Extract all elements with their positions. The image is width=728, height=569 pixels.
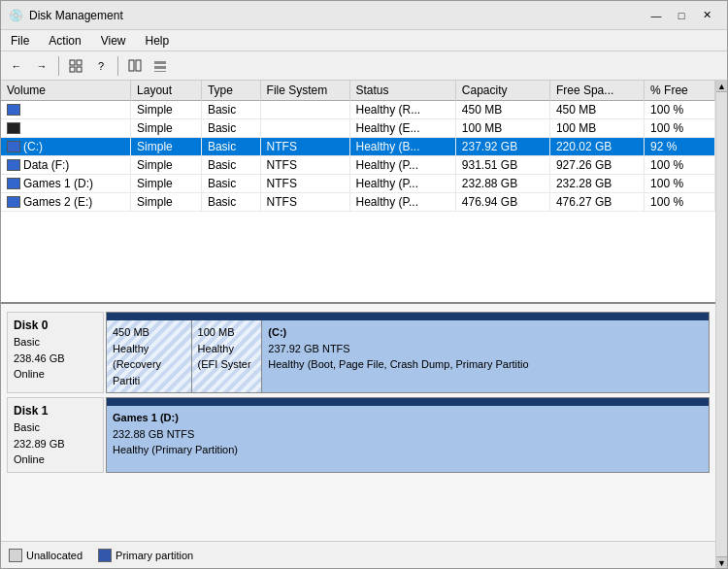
help-button[interactable]: ?: [89, 54, 113, 78]
cell-fs: [260, 118, 349, 137]
cell-pct: 92 %: [645, 137, 715, 155]
settings-button[interactable]: [123, 54, 147, 78]
col-layout[interactable]: Layout: [131, 81, 202, 100]
legend-unalloc-label: Unallocated: [26, 550, 83, 561]
cell-status: Healthy (P...: [349, 192, 455, 211]
volume-color-indicator: [7, 104, 20, 116]
col-fs[interactable]: File System: [260, 81, 349, 100]
segment-title: (C:): [268, 324, 703, 341]
table-row[interactable]: (C:)SimpleBasicNTFSHealthy (B...237.92 G…: [1, 137, 715, 155]
cell-pct: 100 %: [645, 100, 715, 118]
back-button[interactable]: ←: [5, 54, 28, 78]
segment-size: 100 MB: [198, 324, 256, 341]
disk-area[interactable]: Disk 0Basic238.46 GBOnline450 MBHealthy …: [1, 304, 715, 541]
segment-status: Healthy (Primary Partition): [113, 442, 703, 458]
window-controls: — □ ✕: [644, 6, 719, 25]
table-row[interactable]: SimpleBasicHealthy (R...450 MB450 MB100 …: [1, 100, 715, 118]
cell-pct: 100 %: [645, 174, 715, 192]
cell-capacity: 237.92 GB: [455, 137, 549, 155]
show-grid-button[interactable]: [64, 54, 87, 78]
app-icon: 💿: [9, 9, 23, 22]
cell-layout: Simple: [131, 174, 202, 192]
svg-rect-0: [70, 60, 75, 65]
disk-partitions: 450 MBHealthy (Recovery Partiti100 MBHea…: [106, 312, 710, 393]
col-pct[interactable]: % Free: [645, 81, 715, 100]
scroll-up[interactable]: ▲: [716, 81, 727, 92]
maximize-button[interactable]: □: [669, 6, 694, 25]
menu-help[interactable]: Help: [136, 30, 180, 50]
svg-rect-5: [136, 60, 141, 71]
legend: Unallocated Primary partition: [1, 541, 715, 568]
menu-bar: File Action View Help: [1, 30, 727, 51]
close-button[interactable]: ✕: [694, 6, 719, 25]
legend-unallocated: Unallocated: [9, 549, 83, 562]
toolbar-separator-2: [117, 56, 118, 76]
disk-segment[interactable]: 100 MBHealthy (EFI Syster: [192, 320, 263, 392]
svg-rect-8: [154, 71, 166, 72]
legend-primary: Primary partition: [98, 549, 193, 562]
disk-segment[interactable]: 450 MBHealthy (Recovery Partiti: [107, 320, 192, 392]
table-area[interactable]: Volume Layout Type File System Status Ca…: [1, 81, 715, 304]
cell-pct: 100 %: [645, 192, 715, 211]
disk-segment[interactable]: Games 1 (D:)232.88 GB NTFSHealthy (Prima…: [107, 406, 709, 472]
cell-layout: Simple: [131, 100, 202, 118]
table-row[interactable]: Games 1 (D:)SimpleBasicNTFSHealthy (P...…: [1, 174, 715, 192]
toolbar-separator-1: [58, 56, 59, 76]
view-icon: [153, 59, 167, 73]
cell-status: Healthy (E...: [349, 118, 455, 137]
main-content: Volume Layout Type File System Status Ca…: [1, 81, 715, 568]
cell-layout: Simple: [131, 137, 202, 155]
svg-rect-4: [129, 60, 134, 71]
grid-icon: [69, 59, 83, 73]
segment-size: 450 MB: [113, 324, 185, 341]
title-bar: 💿 Disk Management — □ ✕: [1, 1, 727, 30]
table-row[interactable]: Data (F:)SimpleBasicNTFSHealthy (P...931…: [1, 155, 715, 174]
cell-type: Basic: [201, 137, 260, 155]
disk-label: Disk 0Basic238.46 GBOnline: [7, 312, 104, 393]
cell-layout: Simple: [131, 118, 202, 137]
svg-rect-6: [154, 61, 166, 64]
table-row[interactable]: SimpleBasicHealthy (E...100 MB100 MB100 …: [1, 118, 715, 137]
cell-volume: [1, 118, 131, 137]
col-type[interactable]: Type: [201, 81, 260, 100]
cell-fs: [260, 100, 349, 118]
cell-layout: Simple: [131, 155, 202, 174]
col-capacity[interactable]: Capacity: [455, 81, 549, 100]
disk-row: Disk 1Basic232.89 GBOnlineGames 1 (D:)23…: [7, 397, 710, 473]
col-status[interactable]: Status: [349, 81, 455, 100]
cell-volume: Games 2 (E:): [1, 192, 131, 211]
col-volume[interactable]: Volume: [1, 81, 131, 100]
menu-file[interactable]: File: [1, 30, 39, 50]
minimize-button[interactable]: —: [644, 6, 669, 25]
scroll-down[interactable]: ▼: [716, 556, 727, 568]
cell-status: Healthy (B...: [349, 137, 455, 155]
segment-title: Games 1 (D:): [113, 410, 703, 426]
svg-rect-2: [70, 67, 75, 72]
menu-view[interactable]: View: [91, 30, 136, 50]
cell-fs: NTFS: [260, 155, 349, 174]
cell-type: Basic: [201, 100, 260, 118]
cell-capacity: 476.94 GB: [455, 192, 549, 211]
cell-type: Basic: [201, 118, 260, 137]
volume-table: Volume Layout Type File System Status Ca…: [1, 81, 715, 212]
disk-segment[interactable]: (C:)237.92 GB NTFSHealthy (Boot, Page Fi…: [262, 320, 709, 392]
scrollbar[interactable]: ▲ ▼: [715, 81, 727, 568]
cell-volume: [1, 100, 131, 118]
cell-free: 450 MB: [549, 100, 644, 118]
cell-fs: NTFS: [260, 174, 349, 192]
segment-status: Healthy (Boot, Page File, Crash Dump, Pr…: [268, 356, 703, 373]
cell-volume: Data (F:): [1, 155, 131, 174]
table-row[interactable]: Games 2 (E:)SimpleBasicNTFSHealthy (P...…: [1, 192, 715, 211]
menu-action[interactable]: Action: [39, 30, 90, 50]
view-button[interactable]: [149, 54, 172, 78]
segment-size: 237.92 GB NTFS: [268, 341, 703, 357]
cell-pct: 100 %: [645, 118, 715, 137]
legend-primary-label: Primary partition: [116, 550, 193, 561]
toolbar: ← → ?: [1, 51, 727, 81]
volume-color-indicator: [7, 196, 20, 208]
volume-color-indicator: [7, 141, 20, 152]
disk-partitions: Games 1 (D:)232.88 GB NTFSHealthy (Prima…: [106, 397, 710, 473]
forward-button[interactable]: →: [30, 54, 53, 78]
svg-rect-1: [77, 60, 82, 65]
col-free[interactable]: Free Spa...: [549, 81, 644, 100]
